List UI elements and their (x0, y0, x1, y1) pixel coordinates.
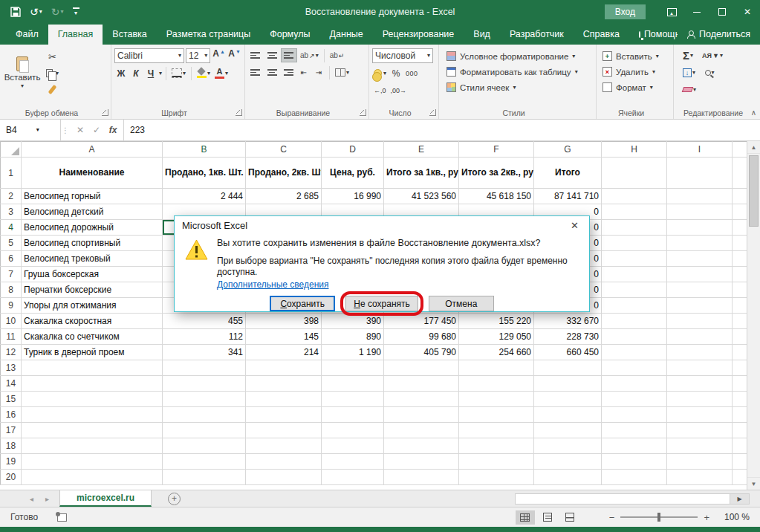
autosum-button[interactable]: Σ▾ (681, 48, 695, 62)
cell-I12[interactable] (667, 345, 733, 360)
format-as-table-button[interactable]: Форматировать как таблицу▾ (446, 64, 593, 80)
cell-I8[interactable] (667, 282, 733, 298)
insert-cells-button[interactable]: +Вставить▾ (603, 48, 670, 64)
dialog-launcher-icon[interactable] (102, 109, 108, 116)
cell-H14[interactable] (602, 376, 667, 392)
cell-G14[interactable] (534, 376, 602, 392)
fill-color-button[interactable]: ▾ (195, 66, 212, 80)
cell-B12[interactable]: 341 (163, 345, 246, 360)
dialog-launcher-icon[interactable] (429, 109, 436, 116)
cell-D15[interactable] (322, 392, 384, 407)
cell-H6[interactable] (602, 251, 667, 267)
cell-filler5[interactable] (733, 236, 747, 251)
cut-button[interactable]: ✂ (45, 50, 60, 64)
cell-A3[interactable]: Велосипед детский (22, 204, 163, 220)
cell-H18[interactable] (602, 438, 667, 454)
tab-разработчик[interactable]: Разработчик (500, 25, 574, 45)
cell-G13[interactable] (534, 360, 602, 376)
cell-H10[interactable] (602, 314, 667, 329)
cell-filler6[interactable] (733, 251, 747, 267)
row-header-6[interactable]: 6 (1, 251, 22, 267)
align-bottom-button[interactable] (281, 48, 297, 62)
sheet-tab-active[interactable]: microexcel.ru (59, 490, 152, 507)
cell-filler17[interactable] (733, 423, 747, 438)
cell-E1[interactable]: Итого за 1кв., руб. (384, 158, 459, 189)
cell-A9[interactable]: Упоры для отжимания (22, 298, 163, 314)
dialog-button-dont-save[interactable]: Не сохранять (345, 296, 418, 311)
cell-C10[interactable]: 398 (246, 314, 322, 329)
cell-C19[interactable] (246, 454, 322, 470)
cell-G17[interactable] (534, 423, 602, 438)
formula-input[interactable] (124, 120, 760, 140)
row-header-10[interactable]: 10 (1, 314, 22, 329)
cell-F2[interactable]: 45 618 150 (459, 189, 534, 204)
cell-G11[interactable]: 228 730 (534, 329, 602, 345)
cell-D20[interactable] (322, 470, 384, 485)
previous-sheet-icon[interactable]: ◂ (30, 495, 33, 503)
cell-E16[interactable] (384, 407, 459, 423)
cell-E19[interactable] (384, 454, 459, 470)
cell-filler16[interactable] (733, 407, 747, 423)
column-header-G[interactable]: G (534, 142, 602, 158)
row-header-9[interactable]: 9 (1, 298, 22, 314)
cell-F15[interactable] (459, 392, 534, 407)
name-box[interactable]: B4▾ (0, 120, 61, 140)
font-family-select[interactable]: Calibri▾ (114, 48, 184, 63)
italic-button[interactable]: К (129, 66, 143, 80)
macro-record-icon[interactable] (57, 513, 67, 522)
cell-H19[interactable] (602, 454, 667, 470)
cell-B10[interactable]: 455 (163, 314, 246, 329)
comma-style-button[interactable]: 000 (404, 66, 420, 80)
cell-E13[interactable] (384, 360, 459, 376)
cell-F1[interactable]: Итого за 2кв., руб. (459, 158, 534, 189)
clear-button[interactable]: ▾ (681, 82, 698, 97)
cell-filler11[interactable] (733, 329, 747, 345)
cell-A12[interactable]: Турник в дверной проем (22, 345, 163, 360)
cell-H11[interactable] (602, 329, 667, 345)
tab-рецензирование[interactable]: Рецензирование (373, 25, 464, 45)
decrease-decimal-button[interactable]: ,00→ (389, 83, 409, 97)
cell-filler13[interactable] (733, 360, 747, 376)
increase-decimal-button[interactable]: ←,0 (372, 83, 388, 97)
cell-G1[interactable]: Итого (534, 158, 602, 189)
cell-C17[interactable] (246, 423, 322, 438)
align-left-button[interactable] (248, 65, 263, 80)
number-format-select[interactable]: Числовой▾ (372, 48, 433, 63)
sort-filter-button[interactable]: АЯ▼▾ (701, 48, 724, 62)
cell-F14[interactable] (459, 376, 534, 392)
cell-filler1[interactable] (733, 158, 747, 189)
row-header-18[interactable]: 18 (1, 438, 22, 454)
cell-F10[interactable]: 155 220 (459, 314, 534, 329)
cell-filler20[interactable] (733, 470, 747, 485)
cell-A5[interactable]: Велосипед спортивный (22, 236, 163, 251)
cell-D16[interactable] (322, 407, 384, 423)
cell-D1[interactable]: Цена, руб. (322, 158, 384, 189)
vertical-scroll-thumb[interactable] (749, 155, 759, 227)
row-header-20[interactable]: 20 (1, 470, 22, 485)
font-color-button[interactable]: А▾ (213, 66, 230, 80)
close-button[interactable]: ✕ (735, 0, 760, 24)
paste-button[interactable]: Вставить ▾ (3, 48, 42, 97)
cell-F20[interactable] (459, 470, 534, 485)
cell-F11[interactable]: 129 050 (459, 329, 534, 345)
cell-G20[interactable] (534, 470, 602, 485)
cell-E2[interactable]: 41 523 560 (384, 189, 459, 204)
tab-главная[interactable]: Главная (48, 25, 103, 45)
column-header-E[interactable]: E (384, 142, 459, 158)
format-painter-button[interactable] (45, 82, 60, 97)
cell-B11[interactable]: 112 (163, 329, 246, 345)
row-header-3[interactable]: 3 (1, 204, 22, 220)
tab-вставка[interactable]: Вставка (103, 25, 156, 45)
cell-C13[interactable] (246, 360, 322, 376)
undo-button[interactable]: ↺▾ (27, 4, 45, 19)
column-header-F[interactable]: F (459, 142, 534, 158)
row-header-19[interactable]: 19 (1, 454, 22, 470)
copy-button[interactable]: ▾ (45, 66, 60, 80)
cell-E18[interactable] (384, 438, 459, 454)
cell-A13[interactable] (22, 360, 163, 376)
row-header-5[interactable]: 5 (1, 236, 22, 251)
row-header-4[interactable]: 4 (1, 220, 22, 236)
conditional-formatting-button[interactable]: Условное форматирование▾ (446, 48, 593, 64)
cell-E14[interactable] (384, 376, 459, 392)
cell-C11[interactable]: 145 (246, 329, 322, 345)
